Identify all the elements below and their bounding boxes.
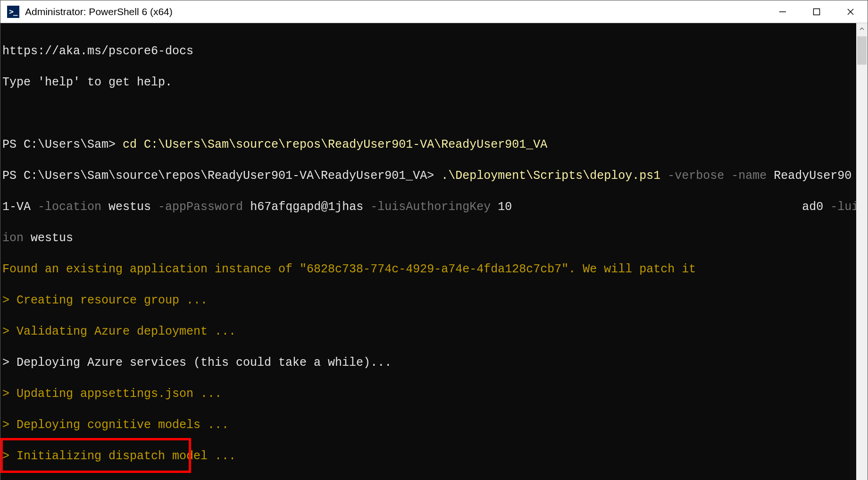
close-button[interactable] <box>834 0 868 23</box>
svg-rect-1 <box>814 8 820 15</box>
output-line <box>2 106 856 121</box>
output-line: > Validating Azure deployment ... <box>2 324 856 339</box>
output-line: https://aka.ms/pscore6-docs <box>2 43 856 59</box>
window-title: Administrator: PowerShell 6 (x64) <box>25 6 173 17</box>
maximize-icon <box>812 8 821 16</box>
chevron-up-icon <box>860 26 864 31</box>
app-icon: >_ <box>7 6 19 18</box>
output-line: > Updating appsettings.json ... <box>2 386 856 402</box>
output-line: PS C:\Users\Sam\source\repos\ReadyUser90… <box>2 168 856 184</box>
output-line: > Deploying cognitive models ... <box>2 417 856 433</box>
output-line: Found an existing application instance o… <box>2 261 856 277</box>
minimize-button[interactable] <box>766 0 800 23</box>
app-icon-glyph: >_ <box>9 7 17 16</box>
console-output[interactable]: https://aka.ms/pscore6-docs Type 'help' … <box>0 23 856 480</box>
minimize-icon <box>778 8 787 16</box>
maximize-button[interactable] <box>800 0 834 23</box>
output-line: ion westus <box>2 230 856 246</box>
scroll-up-button[interactable] <box>856 23 868 34</box>
output-line: > Deploying Azure services (this could t… <box>2 355 856 371</box>
output-line: PS C:\Users\Sam> cd C:\Users\Sam\source\… <box>2 137 856 152</box>
titlebar[interactable]: >_ Administrator: PowerShell 6 (x64) <box>0 0 868 23</box>
output-line: Type 'help' to get help. <box>2 75 856 90</box>
scroll-thumb[interactable] <box>857 36 867 65</box>
output-line: > Initializing dispatch model ... <box>2 448 856 464</box>
output-line: > Creating resource group ... <box>2 293 856 308</box>
powershell-window: >_ Administrator: PowerShell 6 (x64) htt… <box>0 0 868 480</box>
output-line: 1-VA -location westus -appPassword h67af… <box>2 199 856 215</box>
vertical-scrollbar[interactable] <box>856 23 868 480</box>
close-icon <box>846 8 855 16</box>
console-area[interactable]: https://aka.ms/pscore6-docs Type 'help' … <box>0 23 868 480</box>
